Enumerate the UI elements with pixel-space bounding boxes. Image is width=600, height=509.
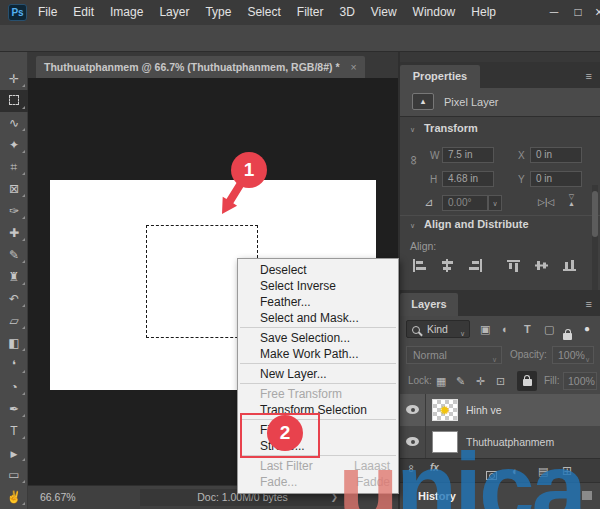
pen-tool[interactable]: ✒ xyxy=(0,398,28,420)
filter-shape-layers-icon[interactable]: ▢ xyxy=(544,316,554,342)
zoom-level[interactable]: 66.67% xyxy=(40,486,76,509)
tab-history[interactable]: History xyxy=(418,483,456,509)
flip-horizontal-icon[interactable]: ▷|◁ xyxy=(538,197,554,207)
filter-lock-icon[interactable] xyxy=(563,333,572,340)
filter-toggle-icon[interactable]: ● xyxy=(584,316,590,342)
menu-item-feather[interactable]: Feather... xyxy=(238,294,398,310)
history-panel-icon[interactable] xyxy=(582,491,592,500)
eraser-tool[interactable]: ▱ xyxy=(0,310,28,332)
align-section-title[interactable]: Align and Distribute xyxy=(424,218,529,230)
menu-item-save-selection[interactable]: Save Selection... xyxy=(238,330,398,346)
menu-type[interactable]: Type xyxy=(197,0,239,25)
lock-artboard-icon[interactable]: ⊡ xyxy=(496,368,505,394)
menu-filter[interactable]: Filter xyxy=(289,0,332,25)
maximize-button[interactable]: □ xyxy=(567,0,589,25)
menu-help[interactable]: Help xyxy=(463,0,504,25)
menu-file[interactable]: File xyxy=(30,0,65,25)
magic-wand-tool[interactable]: ✦ xyxy=(0,134,28,156)
lock-transparent-pixels-icon[interactable]: ▦ xyxy=(436,368,446,394)
transform-height-input[interactable]: 4.68 in xyxy=(442,171,494,187)
menu-layer[interactable]: Layer xyxy=(151,0,197,25)
close-button[interactable]: × xyxy=(588,0,600,25)
blur-tool[interactable]: ❛ xyxy=(0,354,28,376)
flip-vertical-icon[interactable]: ▽▲ xyxy=(568,193,575,207)
move-tool[interactable]: ✛ xyxy=(0,68,28,90)
scrollbar-thumb[interactable] xyxy=(592,191,598,237)
tab-layers[interactable]: Layers xyxy=(400,293,458,316)
layer-name[interactable]: Thuthuatphanmem xyxy=(466,426,554,458)
new-group-icon[interactable]: ▤ xyxy=(538,459,548,483)
tab-properties[interactable]: Properties xyxy=(400,65,480,88)
transform-width-input[interactable]: 7.5 in xyxy=(442,147,494,163)
align-left-icon[interactable] xyxy=(412,258,427,276)
menu-item-select-inverse[interactable]: Select Inverse xyxy=(238,278,398,294)
menu-item-make-work-path[interactable]: Make Work Path... xyxy=(238,346,398,362)
lock-image-pixels-icon[interactable]: ✎ xyxy=(456,368,465,394)
tool-bar: ✛ ∿ ✦ ⌗ ⊠ ✑ ✚ ✎ ♜ ↶ ▱ ◧ ❛ ◔ ✒ T ▶ ▭ ✌ ○ xyxy=(0,52,28,509)
history-brush-tool[interactable]: ↶ xyxy=(0,288,28,310)
visibility-toggle[interactable] xyxy=(400,426,426,458)
document-tab[interactable]: Thuthuatphanmem @ 66.7% (Thuthuatphanmem… xyxy=(36,56,365,78)
layer-row-thuthuatphanmem[interactable]: Thuthuatphanmem xyxy=(400,426,600,458)
link-layers-icon[interactable]: ∞ xyxy=(406,465,418,473)
menu-select[interactable]: Select xyxy=(239,0,288,25)
layers-menu-icon[interactable]: ≡ xyxy=(586,293,592,316)
adjustment-layer-icon[interactable]: ◐ xyxy=(512,459,519,483)
rectangular-marquee-tool[interactable] xyxy=(0,90,28,112)
rotate-angle-input[interactable]: 0.00° xyxy=(442,195,488,211)
kind-filter-dropdown[interactable]: Kind ∨ xyxy=(406,320,470,338)
link-dimensions-icon[interactable]: ∞ xyxy=(407,156,422,165)
menu-item-new-layer[interactable]: New Layer... xyxy=(238,366,398,382)
lock-position-icon[interactable]: ✛ xyxy=(476,368,485,394)
menu-edit[interactable]: Edit xyxy=(65,0,102,25)
visibility-toggle[interactable] xyxy=(400,394,426,426)
menu-item-select-and-mask[interactable]: Select and Mask... xyxy=(238,310,398,326)
collapse-icon[interactable]: ∨ xyxy=(410,222,415,230)
healing-brush-tool[interactable]: ✚ xyxy=(0,222,28,244)
frame-tool[interactable]: ⊠ xyxy=(0,178,28,200)
opacity-input[interactable]: 100% ∨ xyxy=(552,346,594,364)
brush-tool[interactable]: ✎ xyxy=(0,244,28,266)
menu-item-deselect[interactable]: Deselect xyxy=(238,262,398,278)
collapse-icon[interactable]: ∨ xyxy=(410,126,415,134)
align-horizontal-center-icon[interactable] xyxy=(440,258,455,276)
crop-tool[interactable]: ⌗ xyxy=(0,156,28,178)
gradient-tool[interactable]: ◧ xyxy=(0,332,28,354)
rectangle-tool[interactable]: ▭ xyxy=(0,464,28,486)
clone-stamp-tool[interactable]: ♜ xyxy=(0,266,28,288)
transform-x-input[interactable]: 0 in xyxy=(530,147,582,163)
lasso-tool[interactable]: ∿ xyxy=(0,112,28,134)
path-selection-tool[interactable]: ▶ xyxy=(0,442,28,464)
menu-3d[interactable]: 3D xyxy=(331,0,362,25)
transform-y-input[interactable]: 0 in xyxy=(530,171,582,187)
align-bottom-icon[interactable] xyxy=(562,258,577,276)
eyedropper-tool[interactable]: ✑ xyxy=(0,200,28,222)
fill-input[interactable]: 100% xyxy=(563,372,597,390)
tab-close-icon[interactable]: × xyxy=(350,61,356,73)
layer-row-hinh-ve[interactable]: ✹ Hinh ve xyxy=(400,394,600,426)
type-tool[interactable]: T xyxy=(0,420,28,442)
angle-dropdown[interactable]: ∨ xyxy=(488,195,502,211)
lock-all-button[interactable] xyxy=(517,371,537,391)
new-layer-icon[interactable]: ⊞ xyxy=(562,459,572,483)
transform-section-title[interactable]: Transform xyxy=(424,122,478,134)
layer-effects-icon[interactable]: fx xyxy=(430,462,439,473)
align-top-icon[interactable] xyxy=(506,258,521,276)
menu-window[interactable]: Window xyxy=(405,0,464,25)
blend-mode-dropdown[interactable]: Normal ∨ xyxy=(406,346,502,364)
layer-thumbnail[interactable]: ✹ xyxy=(432,399,458,421)
menu-view[interactable]: View xyxy=(363,0,405,25)
zoom-tool[interactable]: ○ xyxy=(0,504,28,509)
filter-adjustment-layers-icon[interactable]: ◐ xyxy=(502,316,509,342)
align-vertical-center-icon[interactable] xyxy=(534,258,549,276)
minimize-button[interactable]: ─ xyxy=(543,0,565,25)
align-right-icon[interactable] xyxy=(468,258,483,276)
add-mask-icon[interactable] xyxy=(486,471,497,480)
filter-pixel-layers-icon[interactable]: ▣ xyxy=(480,316,490,342)
layer-name[interactable]: Hinh ve xyxy=(466,394,502,426)
dodge-tool[interactable]: ◔ xyxy=(0,376,28,398)
panel-menu-icon[interactable]: ≡ xyxy=(586,65,592,88)
filter-type-layers-icon[interactable]: T xyxy=(524,316,531,342)
layer-thumbnail[interactable] xyxy=(432,431,458,453)
menu-image[interactable]: Image xyxy=(102,0,151,25)
